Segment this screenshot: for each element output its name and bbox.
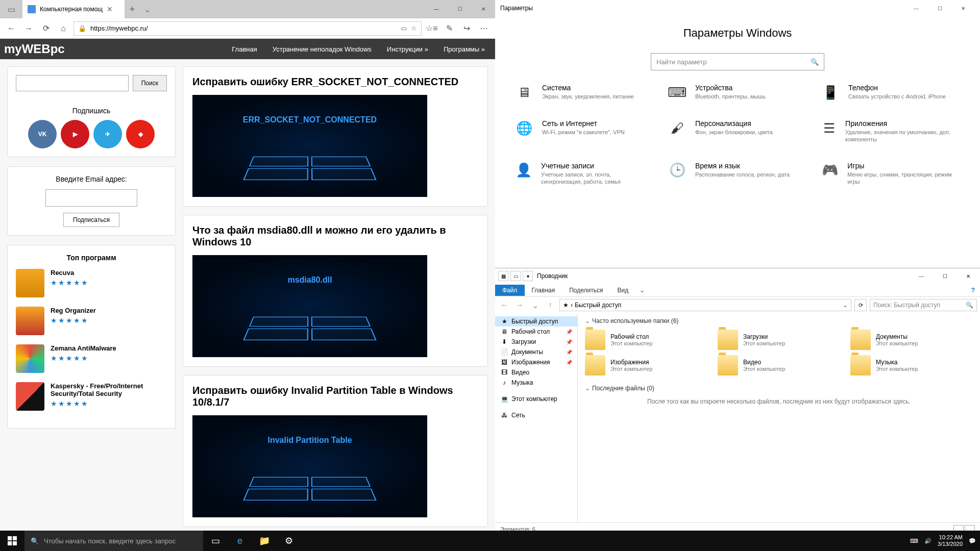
close-button[interactable]: ✕ <box>957 273 980 279</box>
maximize-button[interactable]: ☐ <box>933 273 957 279</box>
nav-instructions[interactable]: Инструкции » <box>387 45 428 53</box>
nav-programs[interactable]: Программы » <box>444 45 485 53</box>
nav-pictures[interactable]: 🖼Изображения📌 <box>495 357 577 367</box>
more-icon[interactable]: ⋯ <box>477 21 491 36</box>
nav-network[interactable]: 🖧Сеть <box>495 410 577 420</box>
action-center-icon[interactable]: 💬 <box>969 538 976 544</box>
minimize-button[interactable]: — <box>425 0 448 18</box>
properties-icon[interactable]: ▦ <box>498 271 508 281</box>
back-button[interactable]: ← <box>4 21 18 36</box>
maximize-button[interactable]: ☐ <box>928 6 951 11</box>
folder-downloads[interactable]: ЗагрузкиЭтот компьютер <box>718 330 840 350</box>
ribbon-view[interactable]: Вид <box>610 285 635 296</box>
taskbar-settings-icon[interactable]: ⚙ <box>277 531 301 551</box>
settings-item-accounts[interactable]: 👤Учетные записиУчетные записи, эл. почта… <box>516 162 653 186</box>
ribbon-home[interactable]: Главная <box>525 285 562 296</box>
up-button[interactable]: ↑ <box>544 300 556 310</box>
start-button[interactable] <box>0 531 24 551</box>
email-input[interactable] <box>45 189 137 207</box>
section-recent[interactable]: ⌄Последние файлы (0) <box>585 385 973 392</box>
site-search-input[interactable] <box>16 75 129 91</box>
breadcrumb[interactable]: ★ › Быстрый доступ⌄ <box>559 299 851 311</box>
home-button[interactable]: ⌂ <box>56 21 70 36</box>
folder-music[interactable]: МузыкаЭтот компьютер <box>850 355 973 375</box>
qat-chevron-icon[interactable]: ▾ <box>523 271 533 281</box>
settings-search[interactable]: Найти параметр 🔍 <box>651 53 824 70</box>
settings-item-time[interactable]: 🕒Время и языкРаспознавание голоса, регио… <box>669 162 806 186</box>
nav-downloads[interactable]: ⬇Загрузки📌 <box>495 337 577 347</box>
site-search-button[interactable]: Поиск <box>133 75 167 91</box>
vk-icon[interactable]: VK <box>28 120 57 148</box>
post-thumbnail[interactable]: Invalid Partition Table <box>192 415 427 517</box>
post-thumbnail[interactable]: msdia80.dll <box>192 255 427 357</box>
folder-pictures[interactable]: ИзображенияЭтот компьютер <box>585 355 707 375</box>
minimize-button[interactable]: — <box>910 273 933 279</box>
ribbon-file[interactable]: Файл <box>495 285 525 296</box>
url-input[interactable] <box>90 24 397 32</box>
tab-actions-icon[interactable]: ▭ <box>0 0 22 18</box>
reading-view-icon[interactable]: ▭ <box>401 24 407 32</box>
tray-keyboard-icon[interactable]: ⌨ <box>910 538 918 544</box>
browser-tab[interactable]: Компьютерная помощ ✕ <box>22 0 125 18</box>
qat-icon[interactable]: ▭ <box>510 271 521 281</box>
program-item[interactable]: Reg Organizer★★★★★ <box>16 307 167 335</box>
taskbar-search[interactable]: 🔍 Чтобы начать поиск, введите здесь запр… <box>24 531 203 551</box>
settings-item-personalization[interactable]: 🖌ПерсонализацияФон, экран блокировки, цв… <box>669 119 806 143</box>
address-bar[interactable]: 🔒 ▭ ☆ <box>74 21 422 36</box>
refresh-button[interactable]: ⟳ <box>854 299 867 311</box>
nav-desktop[interactable]: 🖥Рабочий стол📌 <box>495 327 577 337</box>
recent-chevron-icon[interactable]: ⌄ <box>529 300 541 310</box>
minimize-button[interactable]: — <box>904 6 928 11</box>
section-frequent[interactable]: ⌄Часто используемые папки (6) <box>585 317 973 324</box>
settings-item-network[interactable]: 🌐Сеть и ИнтернетWi-Fi, режим "в самолете… <box>516 119 653 143</box>
close-button[interactable]: ✕ <box>472 0 495 18</box>
help-icon[interactable]: ? <box>966 285 980 296</box>
post-thumbnail[interactable]: ERR_SOCKET_NOT_CONNECTED <box>192 95 427 197</box>
program-item[interactable]: Zemana AntiMalware★★★★★ <box>16 344 167 373</box>
favorite-star-icon[interactable]: ☆ <box>411 24 417 32</box>
nav-quick-access[interactable]: ★Быстрый доступ <box>495 316 577 327</box>
new-tab-button[interactable]: + <box>125 4 140 15</box>
ribbon-collapse-icon[interactable]: ⌄ <box>635 285 649 296</box>
post-title[interactable]: Исправить ошибку ERR_SOCKET_NOT_CONNECTE… <box>192 76 478 88</box>
share-icon[interactable]: ↪ <box>459 21 474 36</box>
forward-button[interactable]: → <box>513 300 526 310</box>
task-view-button[interactable]: ▭ <box>203 531 228 551</box>
site-logo[interactable]: myWEBpc <box>0 42 65 56</box>
nav-this-pc[interactable]: 💻Этот компьютер <box>495 394 577 404</box>
settings-item-phone[interactable]: 📱ТелефонСвязать устройство с Android, iP… <box>822 84 960 101</box>
post-title[interactable]: Что за файл msdia80.dll и можно ли его у… <box>192 224 478 248</box>
close-tab-icon[interactable]: ✕ <box>107 5 113 13</box>
forward-button[interactable]: → <box>21 21 36 36</box>
nav-videos[interactable]: 🎞Видео <box>495 367 577 378</box>
ribbon-share[interactable]: Поделиться <box>562 285 610 296</box>
telegram-icon[interactable]: ✈ <box>93 120 122 148</box>
settings-item-devices[interactable]: ⌨УстройстваBluetooth, принтеры, мышь <box>669 84 806 101</box>
chevron-down-icon[interactable]: ⌄ <box>843 302 848 309</box>
settings-item-gaming[interactable]: 🎮ИгрыМеню игры, снимки, трансляция, режи… <box>822 162 960 186</box>
folder-videos[interactable]: ВидеоЭтот компьютер <box>718 355 840 375</box>
back-button[interactable]: ← <box>498 300 510 310</box>
nav-music[interactable]: ♪Музыка <box>495 378 577 388</box>
taskbar-edge-icon[interactable]: e <box>228 531 252 551</box>
notes-icon[interactable]: ✎ <box>442 21 456 36</box>
folder-documents[interactable]: ДокументыЭтот компьютер <box>850 330 973 350</box>
nav-documents[interactable]: 📄Документы📌 <box>495 347 577 357</box>
folder-desktop[interactable]: Рабочий столЭтот компьютер <box>585 330 707 350</box>
settings-item-system[interactable]: 🖥СистемаЭкран, звук, уведомления, питани… <box>516 84 653 101</box>
maximize-button[interactable]: ☐ <box>448 0 472 18</box>
program-item[interactable]: Kaspersky - Free/Pro/Internet Security/T… <box>16 382 167 411</box>
program-item[interactable]: Recuva★★★★★ <box>16 269 167 297</box>
explorer-search[interactable]: Поиск: Быстрый доступ🔍 <box>870 299 977 311</box>
clock[interactable]: 10:22 AM 3/13/2020 <box>938 534 963 547</box>
tray-volume-icon[interactable]: 🔊 <box>924 538 932 544</box>
nav-troubleshoot[interactable]: Устранение неполадок Windows <box>273 45 372 53</box>
subscribe-button[interactable]: Подписаться <box>63 213 119 227</box>
settings-item-apps[interactable]: ☰ПриложенияУдаление, значения по умолчан… <box>822 119 960 143</box>
taskbar-explorer-icon[interactable]: 📁 <box>252 531 277 551</box>
close-button[interactable]: ✕ <box>951 6 975 11</box>
refresh-button[interactable]: ⟳ <box>39 21 53 36</box>
tabs-chevron-icon[interactable]: ⌄ <box>144 5 151 14</box>
favorites-icon[interactable]: ☆≡ <box>425 21 439 36</box>
nav-home[interactable]: Главная <box>232 45 257 53</box>
